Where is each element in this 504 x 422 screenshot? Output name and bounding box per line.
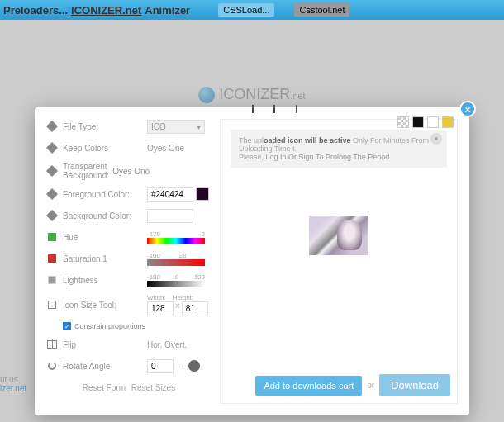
nav-animizer[interactable]: Animizer bbox=[145, 4, 190, 17]
file-type-select[interactable]: ICO▾ bbox=[147, 120, 205, 134]
preview-image bbox=[309, 216, 368, 255]
nav-cssload[interactable]: CSSLoad... bbox=[218, 3, 274, 17]
close-icon[interactable]: × bbox=[459, 101, 476, 117]
size-icon bbox=[46, 299, 58, 311]
bg-pick-black[interactable] bbox=[412, 116, 424, 128]
download-button[interactable]: Download bbox=[379, 374, 450, 396]
nav-iconizer[interactable]: ICONIZER.net bbox=[71, 4, 141, 17]
fg-color-input[interactable] bbox=[147, 187, 193, 202]
file-type-label: File Type: bbox=[63, 122, 147, 131]
flip-option[interactable]: Hor. Overt. bbox=[147, 340, 212, 349]
swap-icon[interactable]: ↔ bbox=[177, 362, 185, 371]
icon-size-row: Icon Size Tool: Width:Height: × bbox=[46, 294, 212, 315]
keep-colors-row: Keep Colors Oyes One bbox=[46, 140, 212, 155]
keep-colors-icon bbox=[46, 142, 58, 154]
flip-label: Flip bbox=[63, 340, 147, 349]
rotate-icon bbox=[46, 360, 58, 372]
bg-color-label: Background Color: bbox=[63, 211, 147, 220]
size-label: Icon Size Tool: bbox=[63, 301, 147, 310]
keep-colors-value[interactable]: Oyes One bbox=[147, 144, 212, 153]
or-text: or bbox=[367, 381, 374, 390]
flip-row: Flip Hor. Overt. bbox=[46, 337, 212, 352]
reset-form-link[interactable]: Reset Form bbox=[83, 383, 126, 392]
hue-slider[interactable] bbox=[147, 238, 205, 244]
fg-color-swatch[interactable] bbox=[196, 187, 209, 201]
bg-pick-white[interactable] bbox=[427, 116, 439, 128]
saturation-row: Saturation 1 -10028 bbox=[46, 251, 212, 266]
info-close-icon[interactable]: × bbox=[430, 133, 442, 145]
height-input[interactable] bbox=[182, 301, 208, 315]
rotate-row: Rotate Angle ↔ bbox=[46, 358, 212, 373]
saturation-label: Saturation 1 bbox=[63, 254, 147, 263]
width-input[interactable] bbox=[147, 301, 174, 315]
add-to-cart-button[interactable]: Add to downloads cart bbox=[255, 376, 362, 396]
transparent-label: Transparent Background: bbox=[63, 162, 109, 180]
preview-area bbox=[221, 178, 457, 293]
settings-panel: File Type: ICO▾ Keep Colors Oyes One Tra… bbox=[46, 119, 212, 404]
lightness-slider[interactable] bbox=[147, 281, 205, 287]
bg-color-row: Background Color: bbox=[46, 208, 212, 223]
saturation-slider[interactable] bbox=[147, 259, 205, 266]
reset-links: Reset Form Reset Sizes bbox=[46, 383, 212, 392]
saturation-icon bbox=[46, 253, 58, 264]
bg-color-icon bbox=[46, 210, 58, 221]
constrain-row[interactable]: ✓ Constrain proportions bbox=[63, 322, 212, 330]
bg-pick-yellow[interactable] bbox=[442, 116, 454, 128]
flip-icon bbox=[46, 339, 58, 350]
chevron-down-icon: ▾ bbox=[197, 122, 201, 131]
lightness-row: Lightness -1000100 bbox=[46, 273, 212, 287]
login-link[interactable]: Log In Or Sign To Prolong The Period bbox=[266, 153, 390, 161]
bg-pick-transparent[interactable] bbox=[397, 116, 409, 128]
transparent-value[interactable]: Oyes Ono bbox=[112, 167, 150, 176]
bg-color-input[interactable] bbox=[147, 209, 193, 223]
info-message: × The uploaded icon will be active Only … bbox=[231, 130, 447, 168]
hue-label: Hue bbox=[63, 233, 147, 242]
action-bar: Add to downloads cart or Download bbox=[255, 374, 450, 396]
rotate-label: Rotate Angle bbox=[63, 362, 147, 371]
editor-modal: × File Type: ICO▾ Keep Colors Oyes One T… bbox=[35, 107, 469, 415]
keep-colors-label: Keep Colors bbox=[63, 144, 147, 153]
preview-panel: × The uploaded icon will be active Only … bbox=[220, 119, 458, 404]
file-type-row: File Type: ICO▾ bbox=[46, 119, 212, 134]
fg-color-label: Foreground Color: bbox=[63, 190, 147, 199]
info-icon[interactable] bbox=[188, 360, 200, 372]
color-picks bbox=[397, 116, 454, 128]
hue-row: Hue -1792 bbox=[46, 230, 212, 244]
lightness-label: Lightness bbox=[63, 276, 147, 285]
fg-color-icon bbox=[46, 188, 58, 200]
file-type-icon bbox=[46, 121, 58, 132]
nav-preloaders[interactable]: Preloaders... bbox=[3, 4, 68, 17]
nav-csstool[interactable]: Csstool.net bbox=[294, 3, 349, 17]
lightness-icon bbox=[46, 274, 58, 286]
fg-color-row: Foreground Color: bbox=[46, 187, 212, 202]
hue-icon bbox=[46, 231, 58, 243]
reset-sizes-link[interactable]: Reset Sizes bbox=[131, 383, 175, 392]
transparent-bg-row: Transparent Background: Oyes Ono bbox=[46, 162, 212, 180]
rotate-input[interactable] bbox=[147, 359, 174, 373]
constrain-checkbox[interactable]: ✓ bbox=[63, 322, 71, 330]
top-nav-bar: Preloaders... ICONIZER.net Animizer CSSL… bbox=[0, 0, 504, 20]
constrain-label: Constrain proportions bbox=[74, 322, 145, 330]
transparent-icon bbox=[46, 165, 58, 177]
